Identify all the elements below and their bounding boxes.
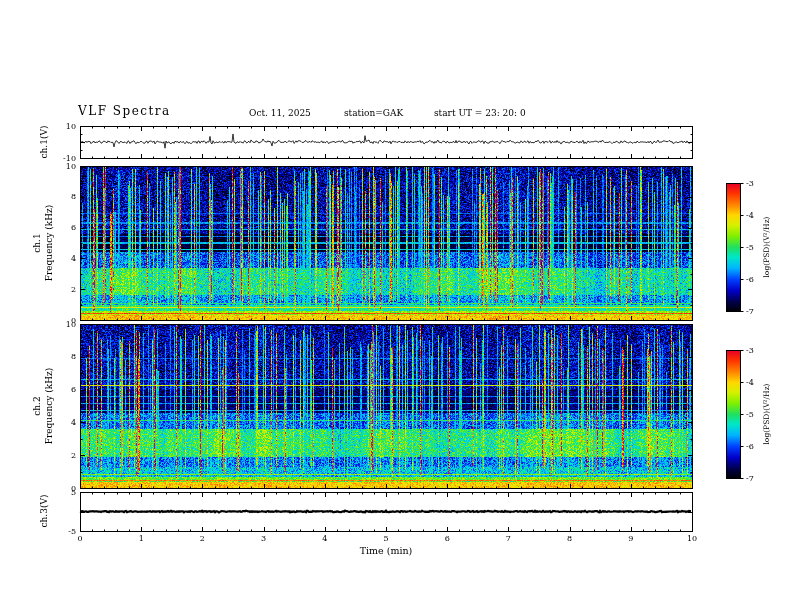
colorbar-tick-label: -6	[746, 275, 754, 284]
colorbar-tick-label: -5	[746, 410, 754, 419]
colorbar-tick-label: -6	[746, 442, 754, 451]
colorbar-tick-label: -7	[746, 307, 754, 316]
ch1-spec-frequency-axis-label: Frequency (kHz)	[44, 205, 54, 282]
x-tick-label: 7	[500, 534, 516, 543]
chart-canvas	[0, 0, 792, 612]
ch3-voltage-tick-label: 5	[58, 488, 76, 497]
ch2-frequency-tick-label: 2	[58, 451, 76, 460]
ch2-frequency-tick-label: 8	[58, 352, 76, 361]
colorbar2-label: log(PSD)(V²/Hz)	[762, 383, 771, 444]
ch2-frequency-tick-label: 10	[58, 320, 76, 329]
ch1-frequency-tick-label: 2	[58, 285, 76, 294]
x-tick-label: 2	[194, 534, 210, 543]
colorbar-tick-label: -5	[746, 243, 754, 252]
date-label: Oct. 11, 2025	[249, 108, 311, 118]
ch1-frequency-tick-label: 10	[58, 162, 76, 171]
colorbar-tick-label: -4	[746, 211, 754, 220]
ch1-frequency-tick-label: 8	[58, 192, 76, 201]
x-tick-label: 9	[623, 534, 639, 543]
ch1-spec-channel-label: ch.1	[32, 233, 42, 252]
x-tick-label: 3	[256, 534, 272, 543]
ch2-frequency-tick-label: 4	[58, 418, 76, 427]
colorbar1-label: log(PSD)(V²/Hz)	[762, 216, 771, 277]
x-tick-label: 8	[562, 534, 578, 543]
vlf-spectra-figure: VLF Spectra Oct. 11, 2025 station=GAK st…	[0, 0, 792, 612]
ch1-voltage-tick-label: 10	[58, 122, 76, 131]
colorbar-tick-label: -3	[746, 179, 754, 188]
start-ut-label: start UT = 23: 20: 0	[434, 108, 526, 118]
ch2-spec-channel-label: ch.2	[32, 396, 42, 415]
x-tick-label: 5	[378, 534, 394, 543]
station-label: station=GAK	[344, 108, 403, 118]
ch1-voltage-axis-label: ch.1(V)	[39, 126, 49, 159]
ch3-voltage-axis-label: ch.3(V)	[39, 495, 49, 528]
ch3-voltage-tick-label: -5	[58, 527, 76, 536]
x-axis-title: Time (min)	[80, 545, 692, 556]
plot-title: VLF Spectra	[78, 104, 171, 118]
colorbar-tick-label: -7	[746, 474, 754, 483]
x-tick-label: 4	[317, 534, 333, 543]
colorbar-tick-label: -4	[746, 378, 754, 387]
ch1-frequency-tick-label: 4	[58, 254, 76, 263]
x-tick-label: 1	[133, 534, 149, 543]
ch1-frequency-tick-label: 6	[58, 223, 76, 232]
colorbar-tick-label: -3	[746, 346, 754, 355]
ch2-spec-frequency-axis-label: Frequency (kHz)	[44, 368, 54, 445]
x-tick-label: 10	[684, 534, 700, 543]
ch2-frequency-tick-label: 6	[58, 385, 76, 394]
x-tick-label: 6	[439, 534, 455, 543]
